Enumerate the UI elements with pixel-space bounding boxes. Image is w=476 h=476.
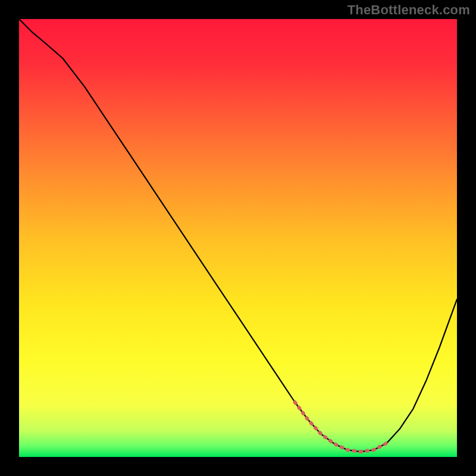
- bottleneck-chart: [19, 19, 457, 457]
- watermark-text: TheBottleneck.com: [347, 2, 470, 18]
- gradient-background: [19, 19, 457, 457]
